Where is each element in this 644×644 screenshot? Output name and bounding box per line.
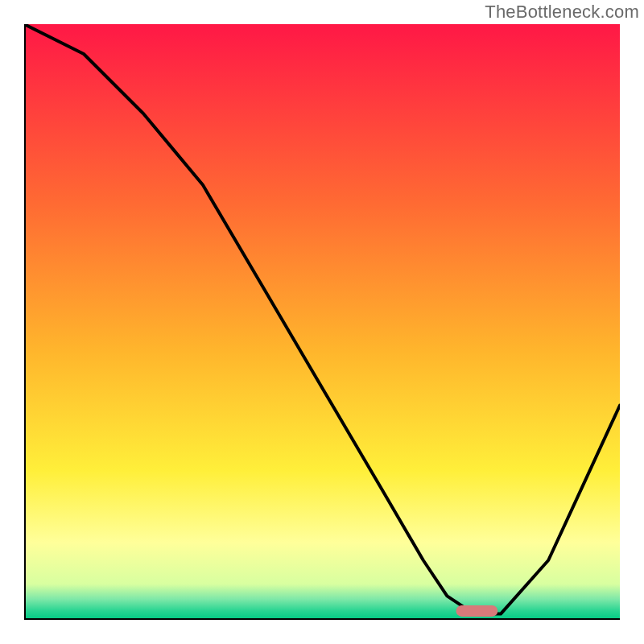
plot-area <box>24 24 620 620</box>
chart-svg <box>24 24 620 620</box>
chart-container: TheBottleneck.com <box>0 0 644 644</box>
watermark-text: TheBottleneck.com <box>485 2 639 23</box>
sweet-spot-marker <box>456 605 498 617</box>
gradient-background <box>24 24 620 620</box>
